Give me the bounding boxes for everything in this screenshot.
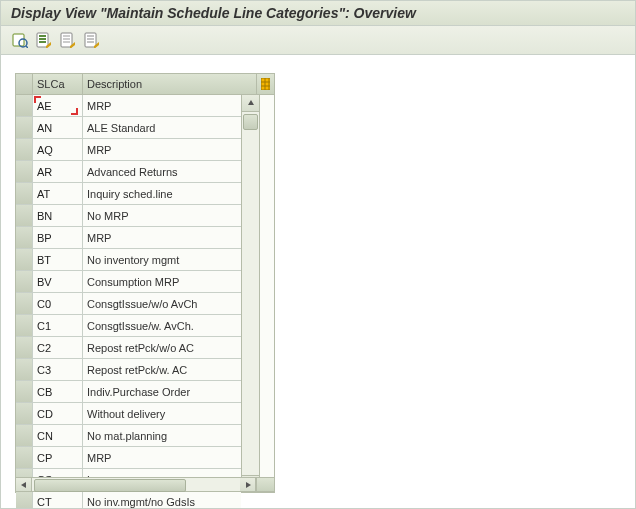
row-selector[interactable] — [16, 359, 32, 380]
deselect-all-icon[interactable] — [59, 31, 77, 49]
row-selector[interactable] — [16, 95, 32, 116]
scrollbar-corner — [256, 478, 274, 491]
column-slca[interactable]: SLCa — [32, 74, 82, 94]
cell-slca[interactable]: BN — [32, 205, 82, 226]
row-selector[interactable] — [16, 205, 32, 226]
table-row[interactable]: BVConsumption MRP — [16, 271, 241, 293]
table-row[interactable]: CNNo mat.planning — [16, 425, 241, 447]
table-row[interactable]: C3Repost retPck/w. AC — [16, 359, 241, 381]
cell-slca[interactable]: C1 — [32, 315, 82, 336]
cell-slca[interactable]: BV — [32, 271, 82, 292]
horizontal-scrollbar[interactable] — [15, 477, 275, 492]
row-selector[interactable] — [16, 139, 32, 160]
cell-description[interactable]: No inventory mgmt — [82, 249, 241, 270]
column-config-icon[interactable] — [256, 74, 274, 94]
cell-description[interactable]: MRP — [82, 139, 241, 160]
table-row[interactable]: CDWithout delivery — [16, 403, 241, 425]
svg-rect-5 — [39, 38, 46, 40]
cell-description[interactable]: MRP — [82, 95, 241, 116]
hscroll-track[interactable] — [32, 478, 240, 491]
table-row[interactable]: AEMRP — [16, 95, 241, 117]
cell-description[interactable]: MRP — [82, 227, 241, 248]
content-area: SLCa Description AEMRPANALE StandardAQMR… — [1, 55, 635, 494]
row-selector[interactable] — [16, 447, 32, 468]
table-row[interactable]: BTNo inventory mgmt — [16, 249, 241, 271]
svg-line-2 — [26, 46, 28, 48]
row-selector[interactable] — [16, 425, 32, 446]
cell-slca[interactable]: CB — [32, 381, 82, 402]
column-description[interactable]: Description — [82, 74, 256, 94]
cell-slca[interactable]: CP — [32, 447, 82, 468]
cell-description[interactable]: Advanced Returns — [82, 161, 241, 182]
svg-rect-10 — [63, 41, 70, 43]
table-row[interactable]: ATInquiry sched.line — [16, 183, 241, 205]
row-selector[interactable] — [16, 315, 32, 336]
row-selector[interactable] — [16, 491, 32, 509]
cell-slca[interactable]: AE — [32, 95, 82, 116]
row-selector[interactable] — [16, 227, 32, 248]
grid-gutter — [259, 95, 274, 492]
cell-slca[interactable]: BP — [32, 227, 82, 248]
cell-description[interactable]: ConsgtIssue/w/o AvCh — [82, 293, 241, 314]
row-selector[interactable] — [16, 293, 32, 314]
grid-header: SLCa Description — [15, 73, 275, 95]
table-row[interactable]: ARAdvanced Returns — [16, 161, 241, 183]
table-row[interactable]: CTNo inv.mgmt/no GdsIs — [16, 491, 241, 509]
details-icon[interactable] — [11, 31, 29, 49]
table-row[interactable]: C2Repost retPck/w/o AC — [16, 337, 241, 359]
cell-description[interactable]: Indiv.Purchase Order — [82, 381, 241, 402]
cell-description[interactable]: No inv.mgmt/no GdsIs — [82, 491, 241, 509]
cell-slca[interactable]: AN — [32, 117, 82, 138]
scroll-thumb[interactable] — [243, 114, 258, 130]
cell-description[interactable]: MRP — [82, 447, 241, 468]
table-row[interactable]: AQMRP — [16, 139, 241, 161]
scroll-right-icon[interactable] — [240, 478, 256, 491]
table-settings-icon[interactable] — [83, 31, 101, 49]
cell-slca[interactable]: CD — [32, 403, 82, 424]
select-all-icon[interactable] — [35, 31, 53, 49]
table-row[interactable]: ANALE Standard — [16, 117, 241, 139]
table-row[interactable]: CPMRP — [16, 447, 241, 469]
row-selector[interactable] — [16, 249, 32, 270]
cell-slca[interactable]: C2 — [32, 337, 82, 358]
table-row[interactable]: C0ConsgtIssue/w/o AvCh — [16, 293, 241, 315]
scroll-track[interactable] — [242, 112, 259, 475]
cell-description[interactable]: No MRP — [82, 205, 241, 226]
cell-slca[interactable]: C3 — [32, 359, 82, 380]
cell-description[interactable]: Consumption MRP — [82, 271, 241, 292]
row-selector[interactable] — [16, 117, 32, 138]
cell-slca[interactable]: C0 — [32, 293, 82, 314]
row-selector[interactable] — [16, 403, 32, 424]
cell-description[interactable]: ConsgtIssue/w. AvCh. — [82, 315, 241, 336]
row-selector[interactable] — [16, 381, 32, 402]
cell-slca[interactable]: AQ — [32, 139, 82, 160]
cell-slca[interactable]: BT — [32, 249, 82, 270]
table-row[interactable]: BPMRP — [16, 227, 241, 249]
table-row[interactable]: C1ConsgtIssue/w. AvCh. — [16, 315, 241, 337]
vertical-scrollbar[interactable] — [241, 95, 259, 492]
cell-description[interactable]: ALE Standard — [82, 117, 241, 138]
svg-rect-4 — [39, 35, 46, 37]
cell-description[interactable]: Without delivery — [82, 403, 241, 424]
scroll-left-icon[interactable] — [16, 478, 32, 491]
hscroll-thumb[interactable] — [34, 479, 186, 492]
cell-slca[interactable]: AR — [32, 161, 82, 182]
cell-slca[interactable]: CN — [32, 425, 82, 446]
cell-slca[interactable]: CT — [32, 491, 82, 509]
row-selector[interactable] — [16, 337, 32, 358]
cell-description[interactable]: No mat.planning — [82, 425, 241, 446]
scroll-up-icon[interactable] — [242, 95, 259, 112]
table-row[interactable]: CBIndiv.Purchase Order — [16, 381, 241, 403]
sap-window: Display View "Maintain Schedule Line Cat… — [0, 0, 636, 509]
row-selector[interactable] — [16, 271, 32, 292]
row-selector[interactable] — [16, 183, 32, 204]
row-selector[interactable] — [16, 161, 32, 182]
cell-description[interactable]: Repost retPck/w. AC — [82, 359, 241, 380]
table-row[interactable]: BNNo MRP — [16, 205, 241, 227]
svg-rect-6 — [39, 41, 46, 43]
select-all-column[interactable] — [16, 74, 32, 94]
cell-description[interactable]: Inquiry sched.line — [82, 183, 241, 204]
cell-description[interactable]: Repost retPck/w/o AC — [82, 337, 241, 358]
cell-slca[interactable]: AT — [32, 183, 82, 204]
grid: SLCa Description AEMRPANALE StandardAQMR… — [15, 73, 275, 493]
